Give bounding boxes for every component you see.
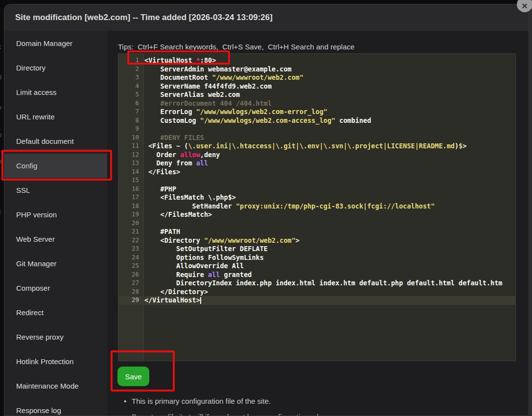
code-token: SetOutputFilter DEFLATE bbox=[144, 245, 268, 253]
code-token: CustomLog bbox=[144, 116, 200, 124]
code-token: <Directory bbox=[144, 236, 204, 244]
code-token: all bbox=[208, 271, 220, 278]
code-token: "/www/wwwlogs/web2.com-error_log" bbox=[196, 108, 327, 116]
line-number: 14 bbox=[118, 168, 143, 177]
code-token: DirectoryIndex index.php index.html inde… bbox=[144, 279, 503, 287]
code-line-7[interactable]: ErrorLog "/www/wwwlogs/web2.com-error_lo… bbox=[144, 108, 516, 116]
line-number: 15 bbox=[118, 176, 143, 185]
code-line-8[interactable]: CustomLog "/www/wwwlogs/web2.com-access_… bbox=[144, 116, 516, 125]
code-line-20[interactable] bbox=[144, 219, 516, 228]
line-number: 25 bbox=[118, 262, 143, 271]
code-token: Order bbox=[144, 151, 180, 159]
line-number: 1 bbox=[118, 56, 143, 65]
code-line-4[interactable]: ServerName f44f4fd9.web2.com bbox=[144, 82, 516, 91]
page-scrollbar[interactable] bbox=[529, 0, 532, 416]
sidebar-item-directory[interactable]: Directory bbox=[4, 56, 107, 80]
sidebar-item-domain-manager[interactable]: Domain Manager bbox=[4, 31, 107, 56]
code-token: * bbox=[196, 56, 200, 64]
line-number: 2 bbox=[118, 65, 143, 74]
code-token: all bbox=[196, 159, 208, 167]
sidebar-item-default-document[interactable]: Default document bbox=[4, 129, 107, 154]
code-token: > bbox=[463, 142, 466, 150]
code-token: "/www/wwwroot/web2.com" bbox=[204, 236, 296, 244]
notes-list: This is primary configuration file of th… bbox=[119, 396, 462, 416]
config-code-editor[interactable]: 1234567891011121314151617181920212223242… bbox=[118, 53, 516, 361]
code-line-3[interactable]: DocumentRoot "/www/wwwroot/web2.com" bbox=[144, 73, 516, 82]
code-line-17[interactable]: <FilesMatch \.php$> bbox=[144, 193, 516, 202]
code-area[interactable]: <VirtualHost *:80> ServerAdmin webmaster… bbox=[144, 54, 516, 361]
code-line-26[interactable]: Require all granted bbox=[144, 271, 516, 279]
backdrop-text-fragment: c bbox=[0, 208, 1, 215]
code-line-23[interactable]: SetOutputFilter DEFLATE bbox=[144, 245, 516, 254]
code-line-5[interactable]: ServerAlias web2.com bbox=[144, 91, 516, 99]
code-token: DocumentRoot bbox=[144, 73, 212, 81]
line-number: 24 bbox=[118, 254, 143, 262]
code-line-10[interactable]: #DENY FILES bbox=[144, 134, 516, 142]
code-line-9[interactable] bbox=[144, 125, 516, 134]
site-modification-modal: Site modification [web2.com] -- Time add… bbox=[4, 4, 529, 416]
code-token: #PHP bbox=[144, 185, 176, 193]
code-line-22[interactable]: <Directory "/www/wwwroot/web2.com"> bbox=[144, 236, 516, 245]
line-number: 8 bbox=[118, 116, 143, 125]
code-line-2[interactable]: ServerAdmin webmaster@example.com bbox=[144, 65, 516, 74]
code-line-25[interactable]: AllowOverride All bbox=[144, 262, 516, 271]
sidebar-item-git-manager[interactable]: Git Manager bbox=[4, 252, 107, 276]
code-line-1[interactable]: <VirtualHost *:80> bbox=[144, 56, 516, 65]
backdrop-text-fragment: c bbox=[0, 43, 1, 50]
line-number: 5 bbox=[118, 91, 143, 99]
line-number: 26 bbox=[118, 271, 143, 279]
code-line-18[interactable]: SetHandler "proxy:unix:/tmp/php-cgi-83.s… bbox=[144, 202, 516, 211]
line-number: 20 bbox=[118, 219, 143, 228]
code-token: granted bbox=[220, 271, 252, 278]
sidebar-item-php-version[interactable]: PHP version bbox=[4, 203, 107, 227]
sidebar-item-maintenance-mode[interactable]: Maintenance Mode bbox=[4, 374, 107, 398]
sidebar-item-web-server[interactable]: Web Server bbox=[4, 227, 107, 252]
code-token: </Files> bbox=[144, 168, 180, 176]
code-line-6[interactable]: #errorDocument 404 /404.html bbox=[144, 99, 516, 108]
line-number: 27 bbox=[118, 279, 143, 288]
sidebar-item-composer[interactable]: Composer bbox=[4, 276, 107, 300]
code-token: "/www/wwwroot/web2.com" bbox=[212, 73, 303, 81]
code-line-29[interactable]: </VirtualHost> bbox=[144, 296, 516, 305]
line-number: 10 bbox=[118, 134, 143, 142]
code-line-21[interactable]: #PATH bbox=[144, 228, 516, 236]
code-line-16[interactable]: #PHP bbox=[144, 185, 516, 194]
sidebar-item-config[interactable]: Config bbox=[4, 154, 107, 178]
sidebar-item-redirect[interactable]: Redirect bbox=[4, 300, 107, 325]
code-line-14[interactable]: </Files> bbox=[144, 168, 516, 177]
line-number-gutter: 1234567891011121314151617181920212223242… bbox=[118, 54, 144, 361]
code-token: "/www/wwwlogs/web2.com-access_log" bbox=[200, 116, 335, 124]
code-line-12[interactable]: Order allow,deny bbox=[144, 151, 516, 160]
code-token: #errorDocument 404 /404.html bbox=[144, 99, 272, 107]
code-line-13[interactable]: Deny from all bbox=[144, 159, 516, 168]
modal-title: Site modification [web2.com] -- Time add… bbox=[4, 4, 529, 31]
note-item: This is primary configuration file of th… bbox=[119, 396, 462, 406]
code-line-11[interactable]: <Files ~ (\.user.ini|\.htaccess|\.git|\.… bbox=[144, 142, 516, 151]
line-number: 7 bbox=[118, 108, 143, 116]
line-number: 12 bbox=[118, 151, 143, 160]
sidebar-item-hotlink-protection[interactable]: Hotlink Protection bbox=[4, 349, 107, 374]
code-token: Require bbox=[144, 271, 208, 278]
sidebar-item-ssl[interactable]: SSL bbox=[4, 178, 107, 203]
code-token: </FilesMatch> bbox=[144, 210, 212, 218]
sidebar-item-reverse-proxy[interactable]: Reverse proxy bbox=[4, 325, 107, 349]
code-token: Deny from bbox=[144, 159, 196, 167]
line-number: 11 bbox=[118, 142, 143, 151]
code-line-28[interactable]: </Directory> bbox=[144, 288, 516, 297]
code-token: > bbox=[296, 236, 300, 244]
close-icon: ✕ bbox=[521, 2, 528, 10]
code-token: <FilesMatch \.php$> bbox=[144, 193, 236, 201]
sidebar-item-response-log[interactable]: Response log bbox=[4, 398, 107, 416]
save-button[interactable]: Save bbox=[117, 367, 149, 386]
code-line-27[interactable]: DirectoryIndex index.php index.html inde… bbox=[144, 279, 516, 288]
line-number: 6 bbox=[118, 99, 143, 108]
sidebar-item-limit-access[interactable]: Limit access bbox=[4, 80, 107, 105]
code-line-24[interactable]: Options FollowSymLinks bbox=[144, 254, 516, 262]
modal-titlebar: Site modification [web2.com] -- Time add… bbox=[4, 4, 529, 31]
code-token: allow bbox=[180, 151, 200, 159]
code-token: ServerName f44f4fd9.web2.com bbox=[144, 82, 272, 90]
code-line-19[interactable]: </FilesMatch> bbox=[144, 210, 516, 219]
sidebar-item-url-rewrite[interactable]: URL rewrite bbox=[4, 105, 107, 129]
code-line-15[interactable] bbox=[144, 176, 516, 185]
code-token: #DENY FILES bbox=[144, 134, 204, 141]
